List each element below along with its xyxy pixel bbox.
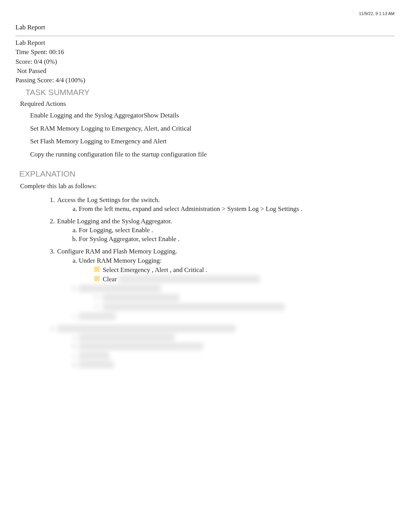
substep-hidden: Under Copy/Save Configuration, select Ap… [79,342,395,351]
passing-score: Passing Score: 4/4 (100%) [15,76,395,85]
action-item: Copy the running configuration file to t… [30,149,395,161]
square-bullet-icon [94,304,100,309]
substep-hidden: Select OK . [79,352,395,360]
title-divider [15,36,395,36]
step-text: Enable Logging and the Syslog Aggregator… [57,218,172,225]
substep-text: Under RAM Memory Logging: [79,257,162,264]
action-text: Enable Logging and the Syslog Aggregator [30,112,144,119]
hidden-text: Copy the running configuration file to t… [57,325,235,332]
timestamp: 11/9/22, 9 1:13 AM [15,11,395,16]
bullet-item: Select Emergency , Alert , and Critical … [94,266,395,274]
report-title: Lab Report [15,39,395,47]
substep-hidden: Select Apply . [79,312,395,321]
hidden-text: Select Apply . [79,313,116,320]
status-badge: Not Passed [17,67,395,75]
steps-list: Access the Log Settings for the switch. … [49,196,395,369]
square-bullet-icon [94,267,100,272]
hidden-text: Select Emergency and Alert . [103,294,179,301]
score: Score: 0/4 (0%) [15,58,395,66]
hidden-text: Error , Warning , Notice , Informational… [119,275,260,283]
bullet-item: Clear Critical , Error , Warning , Notic… [94,303,395,311]
substep: For Syslog Aggregator, select Enable . [79,235,395,243]
hidden-text: Under Flash Memory Logging: [79,285,161,292]
substep: For Logging, select Enable . [79,226,395,235]
hidden-text: Select OK . [79,352,109,359]
substep: Under RAM Memory Logging: Select Emergen… [79,257,395,284]
hidden-text: Select Done . [79,361,114,368]
substep-hidden: Select Done . [79,360,395,369]
hidden-text: Under Copy/Save Configuration, select Ap… [79,343,203,350]
substep-hidden: From the top menu bar, select Save . [79,333,395,342]
step-hidden: Copy the running configuration file to t… [56,325,395,369]
bullet-text-prefix: Clear [103,275,119,283]
required-actions-heading: Required Actions [20,100,395,108]
page-title: Lab Report [15,23,395,32]
action-item: Enable Logging and the Syslog Aggregator… [30,110,395,122]
step-3: Configure RAM and Flash Memory Logging. … [56,247,395,321]
time-spent: Time Spent: 00:16 [15,48,395,56]
square-bullet-icon [94,276,100,281]
step-1: Access the Log Settings for the switch. … [56,196,395,213]
bullet-item: Select Emergency and Alert . [94,294,395,302]
hidden-text: Clear Critical , Error , Warning , Notic… [103,303,285,311]
explanation-heading: EXPLANATION [19,168,395,179]
complete-instruction: Complete this lab as follows: [20,182,395,190]
bullet-item: Clear Error , Warning , Notice , Informa… [94,275,395,284]
show-details-link[interactable]: Show Details [144,112,179,119]
action-item: Set Flash Memory Logging to Emergency an… [30,136,395,148]
hidden-text: From the top menu bar, select Save . [79,334,175,341]
substep-hidden: Under Flash Memory Logging: Select Emerg… [79,284,395,311]
square-bullet-icon [94,294,100,300]
step-text: Access the Log Settings for the switch. [57,196,160,204]
step-2: Enable Logging and the Syslog Aggregator… [56,217,395,243]
task-summary-heading: TASK SUMMARY [25,87,395,97]
step-text: Configure RAM and Flash Memory Logging. [57,248,177,255]
action-item: Set RAM Memory Logging to Emergency, Ale… [30,123,395,135]
bullet-text: Select Emergency , Alert , and Critical … [103,266,207,274]
substep: From the left menu, expand and select Ad… [79,205,395,213]
meta-block: Lab Report Time Spent: 00:16 Score: 0/4 … [15,39,395,84]
